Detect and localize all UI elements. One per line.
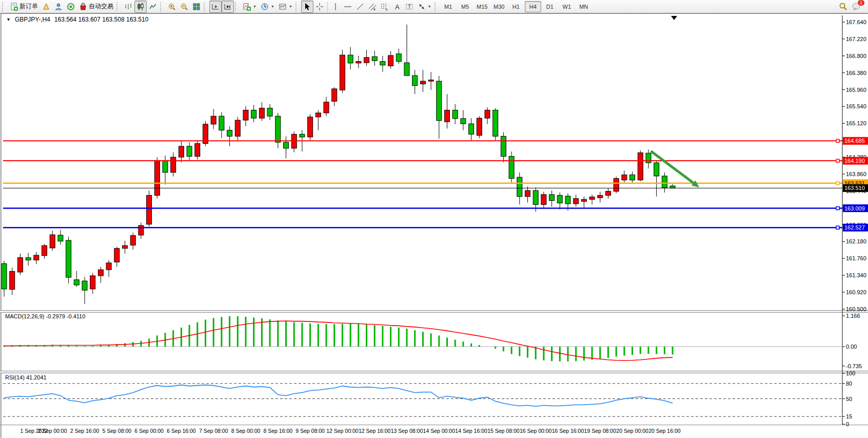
zoom-in-button[interactable] [166,1,178,13]
candle-body [42,245,47,256]
templates-icon [279,3,287,11]
bar-chart-icon [124,3,132,11]
candle-body [388,55,393,66]
arrows-tool-button[interactable]: ▼ [416,1,433,13]
trendline-tool-button[interactable] [354,1,366,13]
timeframe-mn-button[interactable]: MN [576,1,592,12]
timeframe-w1-button[interactable]: W1 [559,1,575,12]
candle-body [549,195,555,201]
terminal-icon [67,3,75,11]
candle-body [452,110,458,118]
line-handle[interactable] [836,159,839,162]
chat-badge: 1 [857,0,865,6]
text-tool-button[interactable]: A [391,1,403,13]
timeframe-d1-button[interactable]: D1 [542,1,558,12]
candle-body [50,235,55,248]
candle-body [26,258,31,260]
candle-body [606,192,611,196]
vertical-line-icon [331,3,340,11]
candle-body [461,119,466,124]
line-handle[interactable] [836,207,839,210]
price-tick-label: 166.800 [846,53,866,59]
market-watch-icon [42,3,50,11]
candle-body [211,116,216,124]
navigator-button[interactable] [52,1,65,13]
symbol-period-label: GBPJPY-,H4 [15,16,50,23]
timeframe-m15-button[interactable]: M15 [474,1,490,12]
add-indicator-button[interactable]: ▼ [241,1,259,13]
line-handle[interactable] [836,182,839,185]
fibonacci-icon: F [381,3,389,11]
chart-shift-button[interactable] [209,1,222,13]
periods-button[interactable]: ▼ [259,1,277,13]
current-price-label: 163.510 [844,185,865,191]
timeframe-m30-button[interactable]: M30 [491,1,507,12]
fibonacci-tool-button[interactable]: F [379,1,391,13]
candle-body [517,177,522,197]
candle-body [163,160,168,172]
candle-body [308,117,313,137]
bar-chart-button[interactable] [122,1,134,13]
new-order-button[interactable]: 新订单 [8,1,40,13]
zoom-out-icon [180,3,188,11]
chat-button[interactable]: 1 [850,1,863,13]
tile-windows-button[interactable] [190,1,203,13]
rsi-tick-label: 15 [846,413,852,420]
line-handle[interactable] [836,226,839,229]
candle-body [179,146,184,157]
new-order-label: 新订单 [19,2,38,11]
market-watch-button[interactable] [40,1,52,13]
auto-scroll-button[interactable] [222,1,234,13]
candle-body [147,195,152,224]
date-label: 6 Sep 16:00 [167,428,196,434]
vertical-line-tool-button[interactable] [329,1,342,13]
svg-text:T: T [408,4,411,10]
candle-body [171,157,176,173]
cursor-tool-button[interactable] [301,1,313,13]
candlestick-chart-button[interactable] [134,1,147,13]
search-button[interactable] [837,1,850,13]
autotrading-button[interactable]: 自动交易 [77,1,115,13]
zoom-out-button[interactable] [178,1,190,13]
timeframe-h1-button[interactable]: H1 [508,1,524,12]
cursor-icon [303,3,311,11]
line-handle[interactable] [836,139,839,142]
date-label: 20 Sep 16:00 [648,428,681,434]
candle-body [445,110,450,122]
price-tick-label: 161.760 [846,255,866,261]
search-icon [839,2,847,11]
price-tick-label: 161.340 [846,272,866,278]
candle-body [187,146,192,157]
candle-body [420,81,425,84]
date-label: 5 Sep 08:00 [102,428,131,434]
autotrading-label: 自动交易 [89,2,113,11]
timeframe-h4-button[interactable]: H4 [525,1,541,12]
macd-tick-label: 0.00 [846,344,857,350]
candle-body [356,62,361,63]
candle-body [598,195,603,198]
chart-shift-marker[interactable] [671,16,677,20]
chart-header[interactable]: ▼ GBPJPY-,H4 163.564 163.607 163.508 163… [6,16,148,23]
candle-body [638,153,643,180]
text-label-tool-button[interactable]: T [403,1,416,13]
crosshair-tool-button[interactable] [313,1,326,13]
text-icon: A [393,3,401,11]
candle-body [227,130,232,137]
templates-button[interactable]: ▼ [277,1,294,13]
symbol-dropdown-icon[interactable]: ▼ [6,17,11,22]
timeframe-m1-button[interactable]: M1 [440,1,457,12]
channel-tool-button[interactable]: E [366,1,379,13]
terminal-button[interactable] [65,1,77,13]
price-level-label: 162.527 [844,224,865,231]
date-label: 16 Sep 00:00 [520,428,552,434]
toolbar: 新订单 自动交易 [0,0,868,13]
horizontal-line-tool-button[interactable] [342,1,354,13]
tile-windows-icon [192,3,201,11]
candle-body [662,176,667,188]
date-label: 7 Sep 08:00 [199,428,228,434]
timeframe-m5-button[interactable]: M5 [457,1,474,12]
date-label: 14 Sep 16:00 [455,428,487,434]
date-label: 12 Sep 00:00 [326,428,359,434]
line-chart-button[interactable] [147,1,159,13]
candle-body [66,240,71,277]
